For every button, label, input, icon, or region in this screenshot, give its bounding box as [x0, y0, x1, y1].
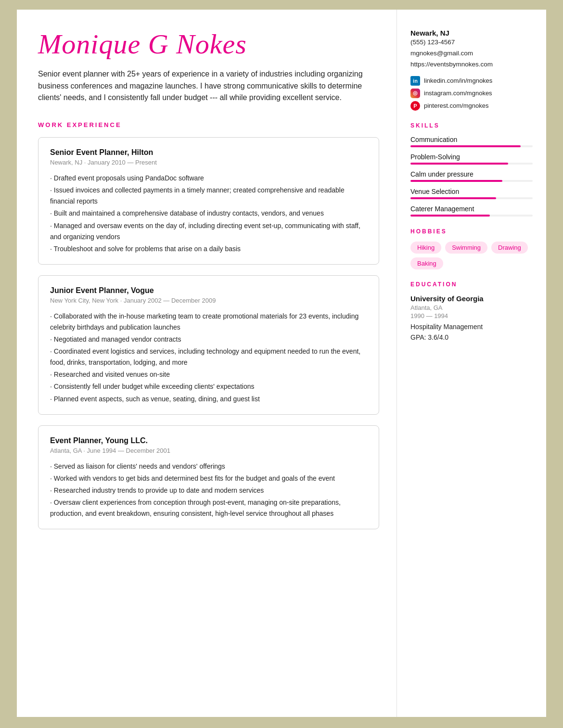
- bullet: · Drafted event proposals using PandaDoc…: [50, 173, 367, 184]
- bullet: · Negotiated and managed vendor contract…: [50, 334, 367, 345]
- contact-block: Newark, NJ (555) 123-4567 mgnokes@gmail.…: [410, 29, 533, 111]
- bullet: · Served as liaison for clients' needs a…: [50, 461, 367, 472]
- contact-city: Newark, NJ: [410, 29, 533, 37]
- skill-bar-fill: [410, 197, 496, 199]
- hobby-tag: Baking: [410, 257, 443, 269]
- skill-bar-fill: [410, 145, 521, 147]
- bullet: · Consistently fell under budget while e…: [50, 381, 367, 392]
- bullet: · Oversaw client experiences from concep…: [50, 497, 367, 519]
- right-column: Newark, NJ (555) 123-4567 mgnokes@gmail.…: [397, 10, 546, 717]
- bullet: · Troubleshoot and solve for problems th…: [50, 243, 367, 255]
- linkedin-icon: in: [410, 76, 420, 86]
- job-meta-3: Atlanta, GA · June 1994 — December 2001: [50, 447, 367, 454]
- skill-item: Caterer Management: [410, 205, 533, 217]
- skills-heading: SKILLS: [410, 122, 533, 129]
- skill-name: Communication: [410, 136, 533, 143]
- contact-email: mgnokes@gmail.com: [410, 48, 533, 59]
- hobbies-heading: HOBBIES: [410, 228, 533, 235]
- job-card-2: Junior Event Planner, Vogue New York Cit…: [38, 275, 379, 415]
- job-card-3: Event Planner, Young LLC. Atlanta, GA · …: [38, 425, 379, 529]
- skill-name: Caterer Management: [410, 205, 533, 213]
- hobby-tag: Swimming: [445, 242, 487, 254]
- bullet: · Researched industry trends to provide …: [50, 485, 367, 496]
- bullet: · Collaborated with the in-house marketi…: [50, 311, 367, 333]
- hobby-tag: Drawing: [491, 242, 528, 254]
- pinterest-label: pinterest.com/mgnokes: [424, 102, 488, 109]
- skill-item: Venue Selection: [410, 188, 533, 199]
- edu-major: Hospitality Management: [410, 321, 533, 332]
- skill-bar-bg: [410, 197, 533, 199]
- job-meta-2: New York City, New York · January 2002 —…: [50, 297, 367, 304]
- instagram-icon: ◎: [410, 89, 420, 98]
- skill-bar-bg: [410, 145, 533, 147]
- skill-name: Problem-Solving: [410, 153, 533, 161]
- left-column: Monique G Nokes Senior event planner wit…: [17, 10, 397, 717]
- skill-bar-bg: [410, 215, 533, 217]
- bullet: · Planned event aspects, such as venue, …: [50, 394, 367, 405]
- job-bullets-2: · Collaborated with the in-house marketi…: [50, 311, 367, 405]
- hobby-tag: Hiking: [410, 242, 441, 254]
- bullet: · Coordinated event logistics and servic…: [50, 346, 367, 368]
- skill-name: Calm under pressure: [410, 170, 533, 178]
- job-title-3: Event Planner, Young LLC.: [50, 436, 367, 445]
- bullet: · Worked with vendors to get bids and de…: [50, 473, 367, 484]
- edu-city: Atlanta, GA: [410, 304, 533, 311]
- skills-list: Communication Problem-Solving Calm under…: [410, 136, 533, 217]
- skill-bar-bg: [410, 180, 533, 182]
- education-heading: EDUCATION: [410, 281, 533, 288]
- edu-years: 1990 — 1994: [410, 312, 533, 319]
- work-experience-heading: WORK EXPERIENCE: [38, 121, 379, 128]
- hobbies-list: HikingSwimmingDrawingBaking: [410, 242, 533, 269]
- skill-bar-fill: [410, 215, 490, 217]
- job-title-1: Senior Event Planner, Hilton: [50, 148, 367, 157]
- bullet: · Managed and oversaw events on the day …: [50, 220, 367, 243]
- edu-gpa: GPA: 3.6/4.0: [410, 332, 533, 343]
- job-bullets-1: · Drafted event proposals using PandaDoc…: [50, 173, 367, 255]
- resume-container: Monique G Nokes Senior event planner wit…: [17, 10, 546, 717]
- social-list: in linkedin.com/in/mgnokes ◎ instagram.c…: [410, 76, 533, 111]
- bullet: · Built and maintained a comprehensive d…: [50, 208, 367, 219]
- skill-item: Communication: [410, 136, 533, 147]
- social-linkedin: in linkedin.com/in/mgnokes: [410, 76, 533, 86]
- social-instagram: ◎ instagram.com/mgnokes: [410, 89, 533, 98]
- bullet: · Researched and visited venues on-site: [50, 369, 367, 380]
- skill-item: Calm under pressure: [410, 170, 533, 182]
- job-meta-1: Newark, NJ · January 2010 — Present: [50, 159, 367, 166]
- instagram-label: instagram.com/mgnokes: [424, 89, 492, 97]
- edu-school: University of Georgia: [410, 294, 533, 303]
- bullet: · Issued invoices and collected payments…: [50, 185, 367, 207]
- skill-bar-bg: [410, 163, 533, 165]
- skill-bar-fill: [410, 163, 508, 165]
- contact-website: https://eventsbymnokes.com: [410, 59, 533, 70]
- skill-item: Problem-Solving: [410, 153, 533, 165]
- pinterest-icon: P: [410, 101, 420, 111]
- summary-text: Senior event planner with 25+ years of e…: [38, 68, 379, 104]
- job-card-1: Senior Event Planner, Hilton Newark, NJ …: [38, 137, 379, 265]
- candidate-name: Monique G Nokes: [38, 29, 379, 60]
- education-block: University of Georgia Atlanta, GA 1990 —…: [410, 294, 533, 343]
- social-pinterest: P pinterest.com/mgnokes: [410, 101, 533, 111]
- skill-name: Venue Selection: [410, 188, 533, 195]
- contact-phone: (555) 123-4567: [410, 37, 533, 48]
- skill-bar-fill: [410, 180, 502, 182]
- job-bullets-3: · Served as liaison for clients' needs a…: [50, 461, 367, 519]
- job-title-2: Junior Event Planner, Vogue: [50, 286, 367, 295]
- linkedin-label: linkedin.com/in/mgnokes: [424, 77, 492, 84]
